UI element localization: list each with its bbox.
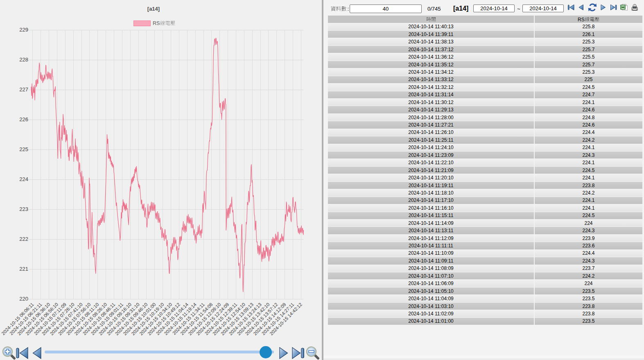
svg-text:227: 227: [19, 86, 28, 93]
svg-text:228: 228: [19, 57, 28, 63]
svg-text:223: 223: [19, 206, 28, 212]
svg-text:222: 222: [19, 236, 28, 242]
svg-text:229: 229: [19, 27, 28, 33]
svg-text:221: 221: [19, 266, 28, 272]
svg-text::: :: [348, 6, 349, 12]
svg-text:220: 220: [19, 296, 28, 302]
svg-text:RS: RS: [578, 16, 585, 22]
svg-text:224: 224: [19, 176, 28, 182]
svg-text:226: 226: [19, 116, 28, 122]
svg-text:225: 225: [19, 146, 28, 152]
